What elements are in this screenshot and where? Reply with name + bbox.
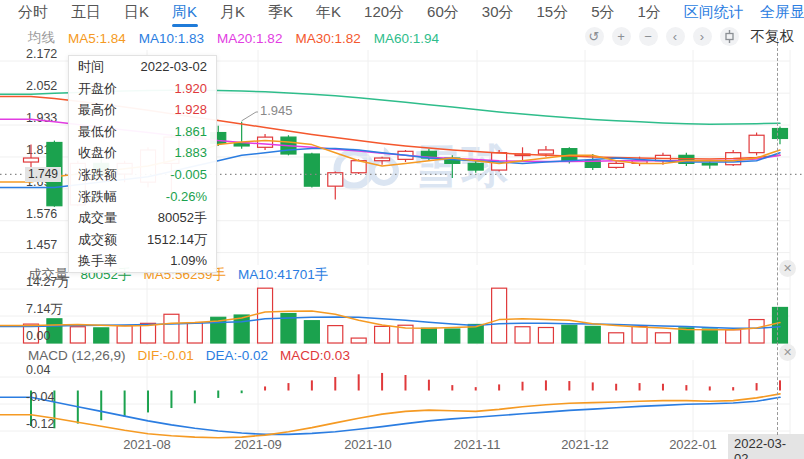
high-annotation: 1.945 bbox=[260, 103, 293, 118]
tooltip-row: 成交量80052手 bbox=[69, 207, 216, 229]
volume-title: 成交量 bbox=[28, 266, 69, 284]
tooltip-label: 涨跌额 bbox=[78, 164, 117, 186]
tooltip-value: 1.861 bbox=[174, 121, 207, 143]
tab-5min[interactable]: 5分 bbox=[591, 3, 614, 22]
tooltip-value: 1.928 bbox=[174, 99, 207, 121]
scroll-left-icon[interactable]: ‹ bbox=[666, 27, 685, 46]
current-price-label: 1.749 bbox=[25, 167, 61, 182]
ma60-legend: MA60:1.94 bbox=[374, 31, 439, 46]
stock-chart-window: 分时 五日 日K 周K 月K 季K 年K 120分 60分 30分 15分 5分… bbox=[0, 0, 804, 459]
tooltip-value: 1512.14万 bbox=[147, 229, 207, 251]
tab-15min[interactable]: 15分 bbox=[536, 3, 568, 22]
tab-120min[interactable]: 120分 bbox=[364, 3, 404, 22]
tooltip-label: 开盘价 bbox=[78, 78, 117, 100]
undo-icon[interactable]: ↺ bbox=[585, 27, 604, 46]
fullscreen-link[interactable]: 全屏显示 bbox=[760, 3, 804, 22]
tooltip-label: 时间 bbox=[78, 56, 104, 78]
tab-5day[interactable]: 五日 bbox=[71, 3, 101, 22]
tooltip-value: 80052手 bbox=[158, 207, 207, 229]
tooltip-row: 换手率1.09% bbox=[69, 250, 216, 272]
tooltip-label: 最高价 bbox=[78, 99, 117, 121]
tab-quarterly-k[interactable]: 季K bbox=[268, 3, 293, 22]
adjust-mode-label[interactable]: 不复权 bbox=[751, 27, 795, 46]
macd-tick: 0.04 bbox=[26, 364, 50, 377]
tooltip-row: 成交额1512.14万 bbox=[69, 229, 216, 251]
ma-row-title: 均线 bbox=[28, 29, 55, 47]
tooltip-row: 涨跌额-0.005 bbox=[69, 164, 216, 186]
tab-monthly-k[interactable]: 月K bbox=[220, 3, 245, 22]
volume-tick: 7.14万 bbox=[26, 303, 63, 316]
macd-tick: -0.04 bbox=[26, 391, 55, 404]
macd-legend: MACD:0.03 bbox=[280, 348, 350, 363]
tooltip-row: 收盘价1.883 bbox=[69, 142, 216, 164]
tooltip-row: 最低价1.861 bbox=[69, 121, 216, 143]
ma10-legend: MA10:1.83 bbox=[139, 31, 204, 46]
zoom-out-icon[interactable]: − bbox=[639, 27, 658, 46]
tooltip-value: -0.005 bbox=[170, 164, 207, 186]
crosshair-date-label: 2022-03-02 bbox=[728, 434, 804, 459]
ma20-legend: MA20:1.82 bbox=[217, 31, 282, 46]
tooltip-row: 开盘价1.920 bbox=[69, 78, 216, 100]
tooltip-label: 最低价 bbox=[78, 121, 117, 143]
ma5-legend: MA5:1.84 bbox=[68, 31, 126, 46]
tab-1min[interactable]: 1分 bbox=[638, 3, 661, 22]
tooltip-row: 涨跌幅-0.26% bbox=[69, 186, 216, 208]
tabbar-right-links: 区间统计 全屏显示 bbox=[684, 3, 804, 22]
volume-ma10-legend: MA10:41701手 bbox=[238, 266, 328, 284]
zoom-in-icon[interactable]: + bbox=[612, 27, 631, 46]
tooltip-label: 收盘价 bbox=[78, 142, 117, 164]
tab-timeshare[interactable]: 分时 bbox=[18, 3, 48, 22]
tab-daily-k[interactable]: 日K bbox=[124, 3, 149, 22]
tooltip-label: 成交量 bbox=[78, 207, 117, 229]
tab-30min[interactable]: 30分 bbox=[482, 3, 514, 22]
dea-legend: DEA:-0.02 bbox=[206, 348, 268, 363]
tooltip-value: -0.26% bbox=[166, 186, 207, 208]
ma-legend-row: 均线 MA5:1.84 MA10:1.83 MA20:1.82 MA30:1.8… bbox=[0, 28, 439, 48]
tooltip-row: 时间2022-03-02 bbox=[69, 56, 216, 78]
macd-tick: -0.12 bbox=[26, 418, 55, 431]
tab-yearly-k[interactable]: 年K bbox=[316, 3, 341, 22]
chart-toolbar: ↺ + − ‹ › 不复权 bbox=[585, 27, 795, 46]
tooltip-value: 1.883 bbox=[174, 142, 207, 164]
close-icon[interactable]: ✕ bbox=[779, 344, 796, 361]
tooltip-value: 2022-03-02 bbox=[141, 56, 208, 78]
scroll-right-icon[interactable]: › bbox=[693, 27, 712, 46]
crosshair-vertical-line bbox=[777, 38, 778, 435]
tooltip-label: 换手率 bbox=[78, 250, 117, 272]
dif-legend: DIF:-0.01 bbox=[138, 348, 194, 363]
tooltip-row: 最高价1.928 bbox=[69, 99, 216, 121]
tab-60min[interactable]: 60分 bbox=[427, 3, 459, 22]
close-icon[interactable]: ✕ bbox=[779, 260, 796, 277]
volume-tick: 0.00 bbox=[26, 330, 50, 343]
macd-chart[interactable] bbox=[0, 360, 804, 440]
ohlc-tooltip: 时间2022-03-02 开盘价1.920 最高价1.928 最低价1.861 … bbox=[68, 55, 217, 273]
period-tabbar: 分时 五日 日K 周K 月K 季K 年K 120分 60分 30分 15分 5分… bbox=[0, 0, 804, 25]
macd-title: MACD (12,26,9) bbox=[28, 348, 126, 363]
tooltip-value: 1.920 bbox=[174, 78, 207, 100]
kline-style-icon[interactable] bbox=[720, 27, 739, 46]
tooltip-label: 涨跌幅 bbox=[78, 186, 117, 208]
macd-pane-header: MACD (12,26,9) DIF:-0.01 DEA:-0.02 MACD:… bbox=[0, 348, 350, 363]
tooltip-value: 1.09% bbox=[170, 250, 207, 272]
tab-weekly-k[interactable]: 周K bbox=[172, 3, 197, 22]
tooltip-label: 成交额 bbox=[78, 229, 117, 251]
ma30-legend: MA30:1.82 bbox=[295, 31, 360, 46]
range-stats-link[interactable]: 区间统计 bbox=[684, 3, 744, 22]
